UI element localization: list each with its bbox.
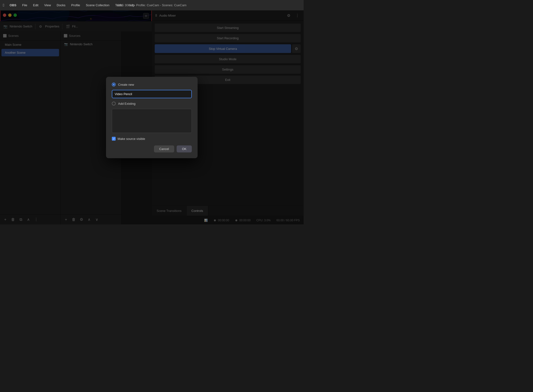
add-existing-dropdown[interactable] xyxy=(112,109,192,133)
modal-ok-button[interactable]: OK xyxy=(177,145,192,152)
menu-file[interactable]: File xyxy=(20,2,30,8)
add-source-modal: Create new Add Existing Make source visi… xyxy=(106,77,198,158)
modal-overlay: Create new Add Existing Make source visi… xyxy=(0,11,304,224)
source-name-input[interactable] xyxy=(112,90,192,98)
menubar:  OBS File Edit View Docks Profile Scene… xyxy=(0,0,304,11)
menu-docks[interactable]: Docks xyxy=(54,2,68,8)
apple-logo-icon:  xyxy=(3,3,4,7)
add-existing-row: Add Existing xyxy=(112,102,192,105)
modal-cancel-button[interactable]: Cancel xyxy=(154,145,174,152)
menu-scene-collection[interactable]: Scene Collection xyxy=(83,2,112,8)
create-new-label: Create new xyxy=(118,83,134,86)
menu-obs[interactable]: OBS xyxy=(7,2,19,8)
create-new-radio[interactable] xyxy=(112,83,116,86)
menu-edit[interactable]: Edit xyxy=(31,2,41,8)
make-visible-label: Make source visible xyxy=(118,137,145,141)
menu-view[interactable]: View xyxy=(42,2,53,8)
add-existing-radio[interactable] xyxy=(112,102,116,105)
make-visible-checkbox[interactable] xyxy=(112,137,116,141)
menu-profile[interactable]: Profile xyxy=(69,2,82,8)
modal-buttons: Cancel OK xyxy=(112,145,192,152)
window-title: OBS 30.1.2 - Profile: CueCam - Scenes: C… xyxy=(117,3,187,7)
create-new-row: Create new xyxy=(112,83,192,86)
add-existing-label: Add Existing xyxy=(118,102,135,105)
make-visible-row: Make source visible xyxy=(112,137,192,141)
